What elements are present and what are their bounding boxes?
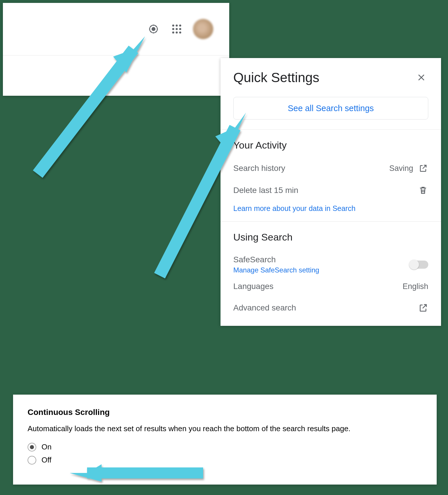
svg-point-7: [179, 28, 181, 30]
gear-icon[interactable]: [147, 22, 160, 36]
delete-last-15-label: Delete last 15 min: [233, 186, 298, 195]
header-divider: [3, 55, 229, 55]
search-history-status: Saving: [389, 164, 413, 173]
continuous-off-option[interactable]: Off: [28, 456, 422, 465]
external-link-icon: [418, 303, 428, 313]
continuous-off-label: Off: [41, 456, 51, 465]
continuous-desc: Automatically loads the next set of resu…: [28, 423, 422, 434]
svg-point-4: [179, 24, 181, 26]
your-activity-section: Your Activity Search history Saving Dele…: [221, 130, 441, 221]
close-icon[interactable]: [414, 71, 428, 84]
safesearch-toggle[interactable]: [410, 261, 428, 269]
safesearch-label: SafeSearch: [233, 255, 319, 264]
radio-off-icon: [28, 456, 36, 465]
continuous-on-option[interactable]: On: [28, 442, 422, 451]
search-history-item[interactable]: Search history Saving: [233, 157, 428, 179]
continuous-title: Continuous Scrolling: [28, 408, 422, 417]
quick-settings-panel: Quick Settings See all Search settings Y…: [221, 58, 441, 326]
svg-point-5: [172, 28, 174, 30]
svg-point-3: [176, 24, 178, 26]
apps-icon[interactable]: [170, 22, 184, 36]
continuous-scrolling-panel: Continuous Scrolling Automatically loads…: [13, 395, 437, 485]
avatar[interactable]: [193, 19, 213, 39]
using-search-title: Using Search: [233, 232, 428, 243]
svg-point-6: [176, 28, 178, 30]
your-activity-title: Your Activity: [233, 140, 428, 151]
trash-icon: [418, 185, 428, 196]
learn-more-link[interactable]: Learn more about your data in Search: [233, 204, 355, 212]
search-header-panel: [3, 3, 229, 96]
delete-last-15-item[interactable]: Delete last 15 min: [233, 179, 428, 201]
advanced-search-label: Advanced search: [233, 303, 296, 312]
languages-item[interactable]: Languages English: [233, 276, 428, 297]
advanced-search-item[interactable]: Advanced search: [233, 297, 428, 319]
quick-settings-title: Quick Settings: [233, 70, 319, 85]
languages-label: Languages: [233, 282, 274, 291]
svg-point-9: [176, 31, 178, 33]
quick-settings-header: Quick Settings: [221, 58, 441, 94]
see-all-search-settings-button[interactable]: See all Search settings: [233, 97, 428, 120]
external-link-icon: [418, 163, 428, 174]
continuous-on-label: On: [41, 442, 52, 451]
safesearch-item: SafeSearch Manage SafeSearch setting: [233, 249, 428, 276]
header-row: [3, 3, 229, 55]
svg-point-0: [152, 28, 155, 31]
languages-value: English: [402, 282, 428, 291]
using-search-section: Using Search SafeSearch Manage SafeSearc…: [221, 222, 441, 326]
svg-point-10: [179, 31, 181, 33]
radio-on-icon: [28, 443, 36, 451]
manage-safesearch-link[interactable]: Manage SafeSearch setting: [233, 266, 319, 274]
svg-point-2: [172, 24, 174, 26]
svg-point-8: [172, 31, 174, 33]
search-history-label: Search history: [233, 164, 285, 173]
see-all-label: See all Search settings: [288, 104, 374, 113]
